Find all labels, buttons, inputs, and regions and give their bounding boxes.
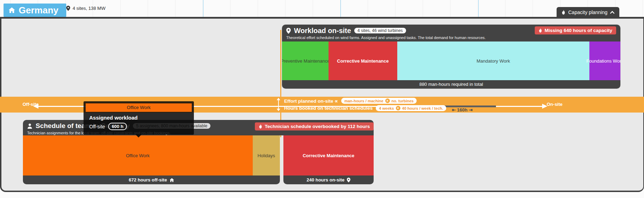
hours-booked-row: Hours booked on technician schedules 4 w… [284,105,446,111]
map-pin-icon [66,6,70,11]
effort-planned-label: Effort planned on-site ∝ [284,98,338,104]
multiply-icon: × [385,98,390,103]
person-icon [27,123,32,129]
week-gridline [341,0,341,17]
arrow-down-icon [277,109,280,111]
hours-booked-label: Hours booked on technician schedules [284,106,373,111]
workload-segment-mandatory-work[interactable]: Mandatory Work [397,41,589,80]
capacity-measure-label: ⇤ 160h ⇥ [452,107,473,113]
onsite-hours-footer: 240 hours on-site [283,175,374,184]
schedule-segment-office-work[interactable]: Office Work [23,135,253,175]
week-gridline [203,0,203,17]
workload-panel-header: Workload on-site 4 sites, 46 wind turbin… [282,25,620,41]
app-viewport: Germany 4 sites, 138 MW Workload on-site… [0,0,644,198]
week-gridline [478,0,479,17]
flame-icon [562,10,565,15]
workload-segment-foundations-work[interactable]: Foundations Work [589,41,620,80]
workload-sites-badge: 4 sites, 46 wind turbines [354,28,406,33]
up-down-arrow-icon [278,100,279,109]
workload-panel-title: Workload on-site [294,27,351,35]
home-icon [170,178,174,182]
schedule-segment-holidays[interactable]: Holidays [253,135,280,175]
schedule-onsite-bar: Corrective Maintenance [283,135,374,175]
map-pin-icon [286,28,291,34]
tooltip-pointer-icon [135,134,142,138]
region-tab-germany[interactable]: Germany [4,4,66,17]
schedule-panel-subtitle: Technician assignments for the local tea… [27,131,369,135]
chevron-up-icon [610,11,614,14]
tooltip-row: Off-site 600 h [89,123,127,130]
region-meta: 4 sites, 138 MW [66,6,105,11]
workload-segment-corrective-maintenance[interactable]: Corrective Maintenance [329,41,397,80]
off-site-label: Off-site [23,102,39,107]
schedule-offsite-bar: Office Work Holidays [23,135,280,175]
capacity-planning-label: Capacity planning [568,9,607,15]
schedule-of-team-panel: Schedule of team in Germany 5 assignees,… [23,120,374,184]
workload-panel-subtitle: Theoretical effort scheduled on wind far… [286,36,616,40]
workload-segment-preventive-maintenance[interactable]: Preventive Maintenance [282,41,329,80]
arrow-up-icon [277,98,280,100]
home-icon [8,7,15,13]
hours-booked-badge: 4 weeks × 40 hours / week / tech. [376,105,446,111]
schedule-segment-corrective-maintenance[interactable]: Corrective Maintenance [283,135,374,175]
region-meta-label: 4 sites, 138 MW [73,6,105,11]
multiply-icon: × [396,106,400,110]
segment-tooltip: Office Work Assigned workload Off-site 6… [84,101,194,135]
missing-capacity-badge: Missing 640 hours of capacity [535,26,616,34]
workload-stacked-bar: Preventive Maintenance Corrective Mainte… [282,41,620,80]
map-pin-icon [347,178,350,183]
tooltip-highlighted-segment: Office Work [86,103,192,112]
workload-total-footer: 880 man-hours required in total [282,80,620,89]
region-tab-label: Germany [19,5,59,16]
overbooked-badge: Technician schedule overbooked by 112 ho… [255,122,374,130]
capacity-planning-button[interactable]: Capacity planning [557,7,619,18]
tooltip-hours-chip: 600 h [108,123,127,130]
tooltip-row-label: Off-site [89,124,105,129]
effort-formula-badge: man-hours / machine × no. turbines [341,98,417,104]
workload-on-site-panel: Workload on-site 4 sites, 46 wind turbin… [282,25,620,89]
tooltip-heading: Assigned workload [89,115,138,121]
flame-icon [539,28,542,33]
effort-planned-row: Effort planned on-site ∝ man-hours / mac… [284,98,417,104]
flame-icon [259,124,262,129]
on-site-label: On-site [547,102,563,107]
offsite-hours-footer: 672 hours off-site [23,175,280,184]
schedule-panel-header: Schedule of team in Germany 5 assignees,… [23,120,374,135]
